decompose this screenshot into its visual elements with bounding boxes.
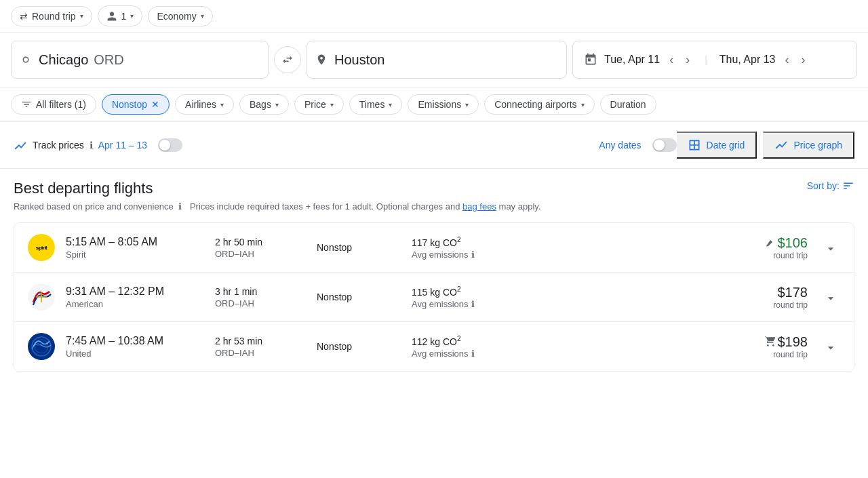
united-emissions-info-icon[interactable]: ℹ [471, 348, 475, 359]
spirit-price: $106 [763, 235, 808, 251]
flight-row[interactable]: spirit 5:15 AM – 8:05 AM Spirit 2 hr 50 … [14, 223, 854, 273]
track-prices-icon [14, 138, 27, 153]
date-to-next-button[interactable]: › [798, 50, 808, 70]
american-route: ORD–IAH [215, 298, 303, 308]
duration-filter-button[interactable]: Duration [600, 94, 656, 115]
bags-dropdown-icon: ▾ [275, 101, 279, 108]
origin-search-box[interactable]: Chicago ORD [11, 41, 269, 79]
origin-text-group: Chicago ORD [39, 52, 124, 68]
united-price-section: $198 round trip [764, 334, 841, 359]
passengers-button[interactable]: 1 ▾ [98, 5, 143, 26]
trip-type-dropdown-icon: ▾ [80, 12, 83, 20]
times-filter-button[interactable]: Times ▾ [349, 94, 403, 115]
emissions-filter-label: Emissions [418, 99, 461, 110]
flight-row[interactable]: 9:31 AM – 12:32 PM American 3 hr 1 min O… [14, 273, 854, 322]
spirit-route: ORD–IAH [215, 249, 303, 259]
any-dates-toggle[interactable] [652, 138, 677, 152]
destination-city: Houston [334, 52, 385, 68]
american-emissions: 115 kg CO2 Avg emissions ℹ [412, 285, 520, 309]
american-expand-button[interactable] [821, 287, 840, 308]
passengers-label: 1 [121, 11, 127, 22]
track-prices-toggle[interactable] [158, 138, 182, 152]
spirit-price-col: $106 round trip [763, 235, 808, 260]
price-note: Prices include required taxes + fees for… [190, 201, 460, 212]
emissions-filter-button[interactable]: Emissions ▾ [408, 94, 479, 115]
all-filters-button[interactable]: All filters (1) [11, 94, 96, 115]
info-icon-results[interactable]: ℹ [178, 201, 182, 212]
american-emissions-info-icon[interactable]: ℹ [471, 299, 475, 309]
destination-pin-icon [315, 54, 328, 66]
connecting-airports-filter-button[interactable]: Connecting airports ▾ [484, 94, 594, 115]
spirit-logo-img: spirit [28, 234, 55, 261]
spirit-emissions-info-icon[interactable]: ℹ [471, 250, 475, 260]
track-prices-label: Track prices [33, 140, 84, 151]
spirit-duration: 2 hr 50 min ORD–IAH [215, 237, 303, 259]
price-filter-label: Price [304, 99, 326, 110]
track-prices-section: Track prices ℹ Apr 11 – 13 [14, 138, 577, 153]
date-from-prev-button[interactable]: ‹ [667, 50, 676, 70]
results-title: Best departing flights [14, 180, 807, 197]
american-emissions-label: Avg emissions ℹ [412, 299, 520, 309]
airlines-filter-label: Airlines [185, 99, 216, 110]
any-dates-section: Any dates [599, 138, 676, 152]
all-filters-label: All filters (1) [36, 99, 86, 110]
price-dropdown-icon: ▾ [330, 101, 334, 108]
track-info-icon[interactable]: ℹ [90, 140, 93, 151]
view-divider [760, 134, 760, 156]
united-duration-main: 2 hr 53 min [215, 336, 303, 346]
trip-type-button[interactable]: ⇄ Round trip ▾ [11, 6, 92, 26]
date-picker-box[interactable]: Tue, Apr 11 ‹ › | Thu, Apr 13 ‹ › [572, 41, 857, 79]
any-dates-toggle-thumb [654, 140, 665, 151]
date-grid-button[interactable]: Date grid [677, 132, 757, 159]
bags-filter-button[interactable]: Bags ▾ [239, 94, 289, 115]
spirit-emissions: 117 kg CO2 Avg emissions ℹ [412, 236, 520, 260]
bags-filter-label: Bags [250, 99, 271, 110]
flight-row[interactable]: 7:45 AM – 10:38 AM United 2 hr 53 min OR… [14, 322, 854, 371]
american-price-section: $178 round trip [773, 285, 840, 310]
trip-type-label: Round trip [32, 11, 76, 22]
nonstop-chip[interactable]: Nonstop ✕ [102, 94, 170, 115]
spirit-duration-main: 2 hr 50 min [215, 237, 303, 247]
spirit-airline-name: Spirit [66, 250, 201, 260]
cabin-button[interactable]: Economy ▾ [148, 6, 212, 26]
spirit-price-section: $106 round trip [763, 235, 840, 260]
american-co2: 115 kg CO2 [412, 285, 520, 298]
nonstop-chip-label: Nonstop [112, 99, 147, 110]
date-from-next-button[interactable]: › [683, 50, 692, 70]
united-emissions-label: Avg emissions ℹ [412, 348, 520, 359]
track-date-range: Apr 11 – 13 [98, 140, 147, 151]
connecting-airports-label: Connecting airports [494, 99, 576, 110]
sort-by-button[interactable]: Sort by: [807, 180, 854, 192]
destination-search-box[interactable]: Houston [307, 41, 567, 79]
person-icon [106, 10, 117, 22]
ranked-text: Ranked based on price and convenience [14, 201, 174, 212]
airlines-filter-button[interactable]: Airlines ▾ [175, 94, 234, 115]
date-to-section: Thu, Apr 13 [719, 54, 776, 66]
results-header: Best departing flights Ranked based on p… [14, 180, 854, 214]
date-to-prev-button[interactable]: ‹ [782, 50, 791, 70]
bag-fees-link[interactable]: bag fees [462, 201, 496, 212]
swap-button[interactable] [274, 46, 301, 73]
view-options: Date grid Price graph [677, 132, 854, 159]
svg-point-0 [23, 58, 28, 63]
price-filter-button[interactable]: Price ▾ [294, 94, 344, 115]
united-time: 7:45 AM – 10:38 AM [66, 335, 201, 347]
spirit-expand-button[interactable] [821, 237, 840, 258]
swap-icon: ⇄ [20, 11, 28, 22]
spirit-co2: 117 kg CO2 [412, 236, 520, 248]
spirit-stops-label: Nonstop [317, 242, 398, 253]
results-section: Best departing flights Ranked based on p… [0, 169, 868, 382]
spirit-emissions-label: Avg emissions ℹ [412, 250, 520, 260]
united-duration: 2 hr 53 min ORD–IAH [215, 336, 303, 358]
times-dropdown-icon: ▾ [389, 101, 392, 108]
united-stops: Nonstop [317, 341, 398, 352]
origin-city: Chicago [39, 52, 88, 67]
date-from-label: Tue, Apr 11 [604, 54, 660, 66]
duration-filter-label: Duration [610, 99, 646, 110]
american-time: 9:31 AM – 12:32 PM [66, 285, 201, 298]
united-emissions: 112 kg CO2 Avg emissions ℹ [412, 335, 520, 359]
date-to-label: Thu, Apr 13 [719, 54, 776, 66]
price-graph-button[interactable]: Price graph [763, 132, 854, 159]
nonstop-close-icon[interactable]: ✕ [151, 99, 159, 110]
united-expand-button[interactable] [821, 336, 840, 357]
